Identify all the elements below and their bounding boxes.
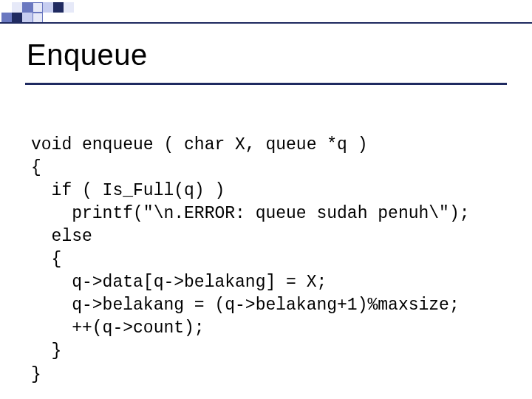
decor-square bbox=[43, 2, 53, 13]
code-line: ++(q->count); bbox=[31, 318, 205, 338]
decor-top-band bbox=[0, 0, 532, 19]
decor-square bbox=[33, 2, 43, 13]
code-line: } bbox=[31, 365, 41, 384]
decor-square bbox=[1, 13, 12, 23]
code-line: void enqueue ( char X, queue *q ) bbox=[31, 135, 367, 154]
code-block: void enqueue ( char X, queue *q ) { if (… bbox=[31, 111, 470, 399]
code-line: q->belakang = (q->belakang+1)%maxsize; bbox=[31, 296, 460, 315]
code-line: printf("\n.ERROR: queue sudah penuh\"); bbox=[31, 204, 470, 223]
decor-top-line bbox=[0, 22, 532, 24]
decor-square bbox=[64, 2, 74, 13]
decor-square bbox=[22, 13, 33, 23]
code-line: { bbox=[31, 250, 61, 269]
code-line: { bbox=[31, 158, 41, 177]
decor-square bbox=[33, 13, 43, 23]
decor-square bbox=[12, 13, 22, 23]
decor-square bbox=[22, 2, 33, 13]
code-line: else bbox=[31, 227, 92, 246]
slide: Enqueue void enqueue ( char X, queue *q … bbox=[0, 0, 532, 399]
decor-squares-row-1 bbox=[12, 2, 74, 13]
code-line: q->data[q->belakang] = X; bbox=[31, 273, 327, 292]
decor-square bbox=[12, 2, 22, 13]
decor-square bbox=[53, 2, 64, 13]
title-underline bbox=[25, 83, 507, 85]
decor-squares-row-2 bbox=[1, 13, 43, 23]
slide-title: Enqueue bbox=[27, 38, 148, 72]
code-line: } bbox=[31, 341, 61, 361]
code-line: if ( Is_Full(q) ) bbox=[31, 181, 225, 200]
